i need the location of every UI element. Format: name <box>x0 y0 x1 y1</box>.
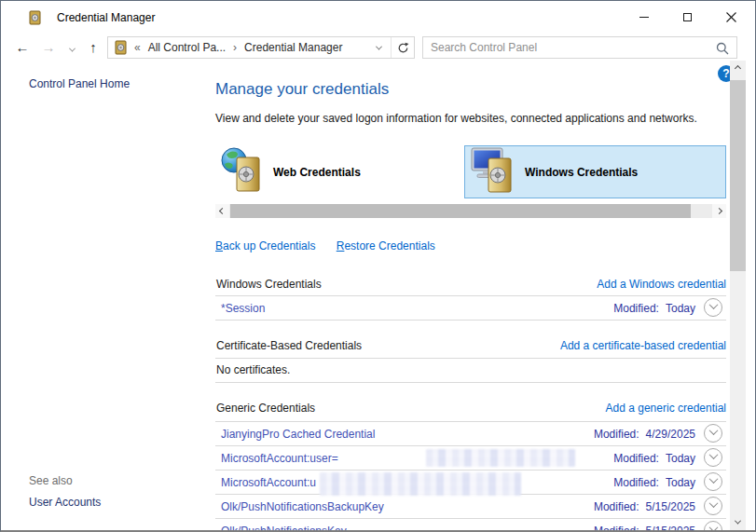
search-icon[interactable] <box>716 42 729 58</box>
page-title: Manage your credentials <box>215 80 389 99</box>
maximize-button[interactable] <box>666 1 709 33</box>
vertical-scrollbar[interactable] <box>730 61 746 530</box>
restore-credentials-link[interactable]: Restore Credentials <box>337 239 435 252</box>
web-credentials-icon <box>221 147 264 197</box>
expand-credential-button[interactable] <box>704 298 722 317</box>
tab-windows-credentials[interactable]: Windows Credentials <box>464 145 726 198</box>
modified-value: Today <box>666 476 695 489</box>
title-bar[interactable]: Credential Manager <box>1 1 755 34</box>
scroll-down-button[interactable] <box>730 514 746 530</box>
sidebar-item-control-panel-home[interactable]: Control Panel Home <box>29 77 130 90</box>
breadcrumb-item-all-control-panel[interactable]: All Control Pa... <box>148 41 226 54</box>
section-header-certificate-credentials: Certificate-Based Credentials Add a cert… <box>215 339 726 355</box>
refresh-button[interactable] <box>392 37 414 58</box>
chevron-up-icon <box>735 65 741 72</box>
horizontal-scrollbar[interactable] <box>215 204 726 218</box>
divider <box>215 382 726 383</box>
chevron-right-icon <box>716 208 722 214</box>
sidebar-item-user-accounts[interactable]: User Accounts <box>29 496 101 509</box>
modified-label: Modified: <box>594 525 639 532</box>
back-button[interactable]: ← <box>12 34 33 61</box>
credential-row[interactable]: MicrosoftAccount:u Modified:Today <box>215 471 726 495</box>
see-also-label: See also <box>29 474 73 487</box>
chevron-down-icon <box>735 518 741 525</box>
redacted-text <box>320 472 521 496</box>
minimize-icon <box>639 17 649 18</box>
tab-web-credentials[interactable]: Web Credentials <box>215 145 463 198</box>
search-box[interactable] <box>422 36 737 59</box>
chevron-down-icon <box>68 46 75 52</box>
up-icon: ↑ <box>89 39 97 55</box>
horizontal-scrollbar-thumb[interactable] <box>230 204 691 218</box>
credential-row[interactable]: Olk/PushNotificationsBackupKey Modified:… <box>215 495 726 519</box>
location-icon <box>113 40 128 55</box>
back-icon: ← <box>16 39 30 55</box>
search-input[interactable] <box>431 38 710 57</box>
expand-credential-button[interactable] <box>704 472 722 491</box>
divider <box>215 358 726 359</box>
modified-value: Today <box>666 452 695 465</box>
section-header-generic-credentials: Generic Credentials Add a generic creden… <box>215 402 726 417</box>
scroll-up-button[interactable] <box>730 61 746 76</box>
expand-credential-button[interactable] <box>704 497 722 515</box>
modified-label: Modified: <box>613 452 659 465</box>
maximize-icon <box>683 13 692 21</box>
tab-label: Web Credentials <box>273 166 361 179</box>
modified-value: 5/15/2025 <box>646 500 695 513</box>
breadcrumb-item-credential-manager[interactable]: Credential Manager <box>244 41 342 54</box>
breadcrumb-separator-icon: › <box>233 41 237 54</box>
scroll-right-button[interactable] <box>712 204 726 218</box>
credential-name: Olk/PushNotificationsKey <box>221 525 347 532</box>
section-title: Generic Credentials <box>216 402 315 415</box>
credential-row-session[interactable]: *Session Modified:Today <box>215 296 726 321</box>
vertical-scrollbar-thumb[interactable] <box>730 80 746 271</box>
page-description: View and delete your saved logon informa… <box>215 112 697 125</box>
section-header-windows-credentials: Windows Credentials Add a Windows creden… <box>215 278 726 293</box>
window-title: Credential Manager <box>57 1 155 34</box>
forward-icon: → <box>42 39 56 55</box>
modified-label: Modified: <box>594 428 639 441</box>
close-button[interactable] <box>709 1 753 33</box>
add-certificate-credential-link[interactable]: Add a certificate-based credential <box>560 339 726 352</box>
credential-row[interactable]: MicrosoftAccount:user= Modified:Today <box>215 446 726 471</box>
credential-name: JianyingPro Cached Credential <box>221 428 375 441</box>
backup-credentials-link[interactable]: Back up Credentials <box>215 239 315 252</box>
expand-credential-button[interactable] <box>704 521 722 532</box>
modified-value: 4/29/2025 <box>646 428 695 441</box>
modified-label: Modified: <box>613 302 659 315</box>
chevron-down-icon <box>708 523 718 532</box>
credential-name: MicrosoftAccount:u <box>221 476 316 489</box>
recent-pages-button[interactable] <box>64 34 79 61</box>
modified-label: Modified: <box>613 476 659 489</box>
scroll-left-button[interactable] <box>215 204 229 218</box>
credential-row[interactable]: JianyingPro Cached Credential Modified:4… <box>215 422 726 446</box>
expand-credential-button[interactable] <box>704 448 722 467</box>
add-windows-credential-link[interactable]: Add a Windows credential <box>597 278 726 291</box>
credential-name: *Session <box>221 302 265 315</box>
credential-manager-window: Credential Manager ← → ↑ « All Control P… <box>0 0 756 532</box>
credential-row[interactable]: Olk/PushNotificationsKey Modified:5/15/2… <box>215 519 726 532</box>
address-dropdown-icon[interactable] <box>376 43 382 49</box>
breadcrumb-overflow-icon[interactable]: « <box>134 41 141 54</box>
forward-button[interactable]: → <box>38 34 59 61</box>
chevron-down-icon <box>708 450 718 459</box>
credential-name: MicrosoftAccount:user= <box>221 452 338 465</box>
close-icon <box>726 12 736 22</box>
section-title: Certificate-Based Credentials <box>216 339 362 352</box>
minimize-button[interactable] <box>622 1 666 33</box>
expand-credential-button[interactable] <box>704 424 722 443</box>
chevron-down-icon <box>708 474 718 484</box>
address-bar[interactable]: « All Control Pa... › Credential Manager <box>107 36 415 59</box>
modified-value: Today <box>666 302 695 315</box>
no-certificates-text: No certificates. <box>216 363 290 376</box>
section-title: Windows Credentials <box>216 278 322 291</box>
chevron-left-icon <box>219 208 226 214</box>
windows-credentials-icon <box>471 147 515 197</box>
modified-label: Modified: <box>594 500 639 513</box>
redacted-text <box>426 449 575 467</box>
chevron-down-icon <box>708 498 718 508</box>
add-generic-credential-link[interactable]: Add a generic credential <box>606 402 726 415</box>
tab-label: Windows Credentials <box>525 166 638 179</box>
up-button[interactable]: ↑ <box>83 34 103 61</box>
chevron-down-icon <box>708 426 718 435</box>
